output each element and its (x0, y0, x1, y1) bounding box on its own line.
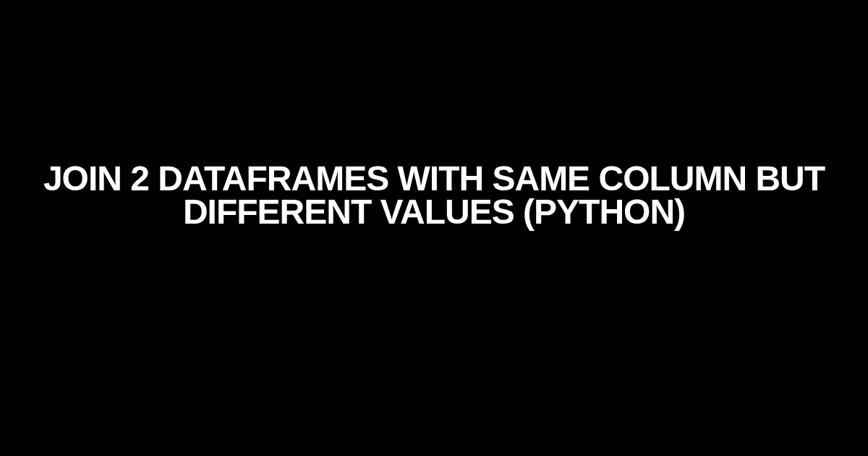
title-line-1: Join 2 dataframes with same column but (43, 162, 825, 195)
title-line-2: different values (Python) (43, 195, 825, 229)
title-container: Join 2 dataframes with same column but d… (14, 162, 854, 228)
